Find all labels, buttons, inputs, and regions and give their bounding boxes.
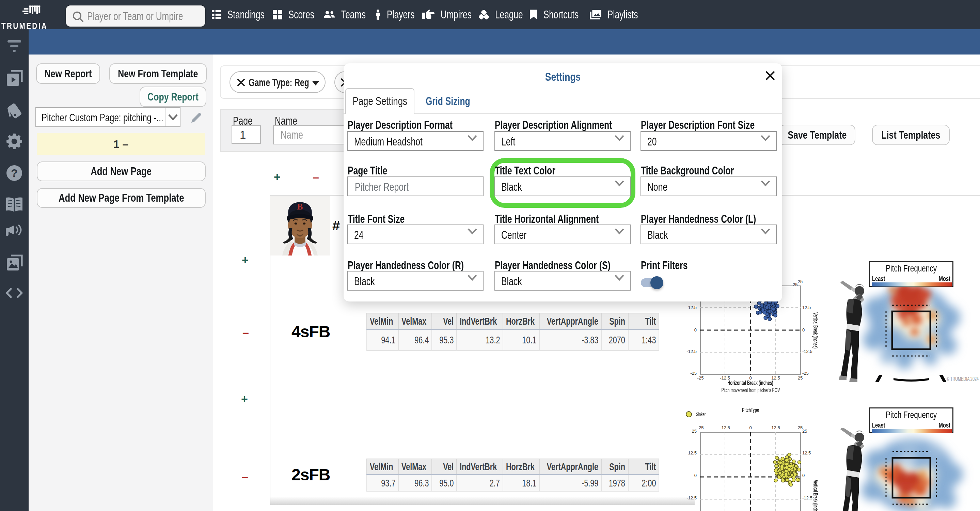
svg-text:B: B bbox=[297, 202, 303, 212]
svg-text:© TRUMEDIA 2024: © TRUMEDIA 2024 bbox=[947, 376, 978, 382]
svg-text:?: ? bbox=[11, 167, 18, 179]
